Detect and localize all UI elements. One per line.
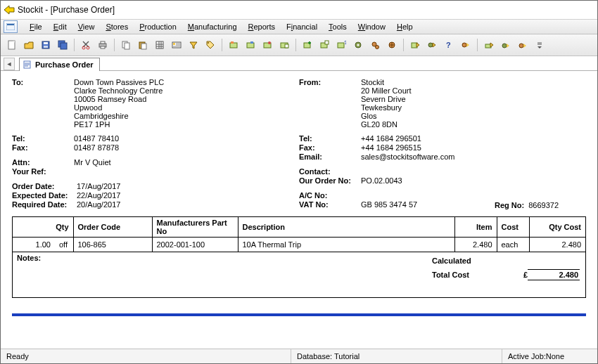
- to-line: 10005 Ramsey Road: [74, 95, 164, 103]
- svg-rect-18: [141, 44, 146, 49]
- tb-filter-icon[interactable]: [186, 38, 201, 52]
- tb-gear2-icon[interactable]: [368, 38, 382, 52]
- svg-rect-16: [125, 43, 129, 49]
- tb-saveall-icon[interactable]: [56, 38, 70, 52]
- tab-nav-left-icon[interactable]: ◄: [4, 58, 15, 70]
- purchase-order-document: To: Down Town Passives PLC Clarke Techno…: [1, 71, 597, 349]
- tb-run3-icon[interactable]: [459, 38, 473, 52]
- from-line: 20 Miller Court: [361, 86, 412, 95]
- label-fax: Fax:: [12, 143, 74, 152]
- tb-cut-icon[interactable]: [79, 38, 93, 52]
- cell-qty: 1.00: [13, 238, 55, 252]
- from-tel: +44 1684 296501: [361, 134, 495, 143]
- vat-no: GB 985 3474 57: [361, 200, 495, 209]
- to-line: Down Town Passives PLC: [74, 78, 164, 86]
- svg-marker-44: [433, 43, 435, 47]
- tb-sep: [222, 39, 222, 51]
- tb-mod2-icon[interactable]: [243, 38, 257, 52]
- cell-mpn: 2002-001-100: [152, 238, 238, 252]
- tb-tag-icon[interactable]: [203, 38, 217, 52]
- tb-ship2-icon[interactable]: [499, 38, 513, 52]
- tab-purchase-order[interactable]: Purchase Order: [19, 58, 100, 71]
- tb-ship1-icon[interactable]: [482, 38, 496, 52]
- label-email: Email:: [299, 152, 361, 161]
- required-date: 20/Aug/2017: [77, 200, 299, 209]
- line-items-table: Qty Order Code Manufacturers Part No Des…: [12, 216, 586, 252]
- label-calculated: Calculated: [432, 256, 580, 265]
- tb-print-icon[interactable]: [96, 38, 110, 52]
- from-line: Stockit: [361, 78, 412, 86]
- col-cost: Cost: [497, 217, 529, 238]
- tb-mod4-icon[interactable]: [277, 38, 291, 52]
- tb-run1-icon[interactable]: [408, 38, 422, 52]
- menu-financial[interactable]: Financial: [281, 21, 322, 32]
- tb-gear3-icon[interactable]: [385, 38, 399, 52]
- tb-help-icon[interactable]: ?: [334, 38, 348, 52]
- svg-rect-19: [156, 41, 163, 48]
- tb-paste-icon[interactable]: [136, 38, 150, 52]
- label-attn: Attn:: [12, 158, 74, 167]
- menu-production[interactable]: Production: [134, 21, 182, 32]
- label-ourorderno: Our Order No:: [299, 176, 361, 185]
- table-header-row: Qty Order Code Manufacturers Part No Des…: [13, 217, 585, 238]
- svg-marker-42: [416, 43, 419, 47]
- menu-bar: FFileile Edit View Stores Production Man…: [1, 19, 597, 34]
- tb-qmark-icon[interactable]: ?: [442, 38, 456, 52]
- svg-rect-26: [250, 41, 253, 44]
- menu-tools[interactable]: Tools: [324, 21, 352, 32]
- tb-card-icon[interactable]: [170, 38, 184, 52]
- reg-no: 8669372: [528, 201, 559, 209]
- col-qty: Qty: [13, 217, 73, 238]
- tb-link-icon[interactable]: [317, 38, 331, 52]
- tb-mod1-icon[interactable]: [227, 38, 241, 52]
- cell-desc: 10A Thermal Trip: [238, 238, 454, 252]
- tb-ship3-icon[interactable]: [516, 38, 530, 52]
- svg-point-50: [502, 44, 507, 48]
- svg-point-28: [268, 41, 271, 44]
- svg-marker-47: [466, 43, 469, 47]
- tb-overflow-icon[interactable]: [533, 38, 547, 52]
- to-address: Down Town Passives PLC Clarke Technology…: [74, 78, 164, 129]
- svg-rect-30: [285, 44, 288, 48]
- label-vatno: VAT No:: [299, 200, 361, 209]
- svg-marker-53: [523, 44, 526, 48]
- document-icon: [23, 60, 32, 70]
- tb-open-icon[interactable]: [22, 38, 36, 52]
- menu-manufacturing[interactable]: Manufacturing: [183, 21, 242, 32]
- menu-help[interactable]: Help: [392, 21, 418, 32]
- svg-point-46: [462, 43, 466, 47]
- tb-new-icon[interactable]: [5, 38, 19, 52]
- label-notes: Notes:: [17, 254, 41, 262]
- mdi-system-icon[interactable]: [4, 20, 18, 33]
- menu-file[interactable]: FFileile: [25, 21, 47, 32]
- label-fax: Fax:: [299, 143, 361, 152]
- tb-copy-icon[interactable]: [119, 38, 133, 52]
- label-contact: Contact:: [299, 167, 361, 176]
- col-ordercode: Order Code: [73, 217, 152, 238]
- ac-no: [361, 191, 495, 200]
- to-attn: Mr V Quiet: [74, 158, 299, 167]
- svg-marker-54: [537, 46, 542, 48]
- tb-grid-icon[interactable]: [153, 38, 167, 52]
- label-requireddate: Required Date:: [12, 200, 77, 209]
- menu-window[interactable]: Window: [353, 21, 390, 32]
- svg-rect-34: [338, 43, 344, 48]
- tb-add-icon[interactable]: [300, 38, 314, 52]
- svg-rect-7: [44, 46, 48, 48]
- menu-stores[interactable]: Stores: [101, 21, 133, 32]
- tb-sep: [403, 39, 404, 51]
- tb-mod3-icon[interactable]: [260, 38, 274, 52]
- menu-view[interactable]: View: [73, 21, 100, 32]
- table-row[interactable]: 1.00 off 106-865 2002-001-100 10A Therma…: [13, 238, 585, 252]
- tb-gear1-icon[interactable]: [351, 38, 365, 52]
- svg-rect-13: [101, 41, 105, 44]
- expected-date: 22/Aug/2017: [77, 191, 299, 200]
- cell-unit: off: [55, 238, 73, 252]
- tb-run2-icon[interactable]: [425, 38, 439, 52]
- tb-save-icon[interactable]: [39, 38, 53, 52]
- svg-point-37: [357, 44, 360, 46]
- menu-reports[interactable]: Reports: [243, 21, 281, 32]
- label-tel: Tel:: [299, 134, 361, 143]
- svg-rect-21: [173, 43, 175, 45]
- menu-edit[interactable]: Edit: [49, 21, 72, 32]
